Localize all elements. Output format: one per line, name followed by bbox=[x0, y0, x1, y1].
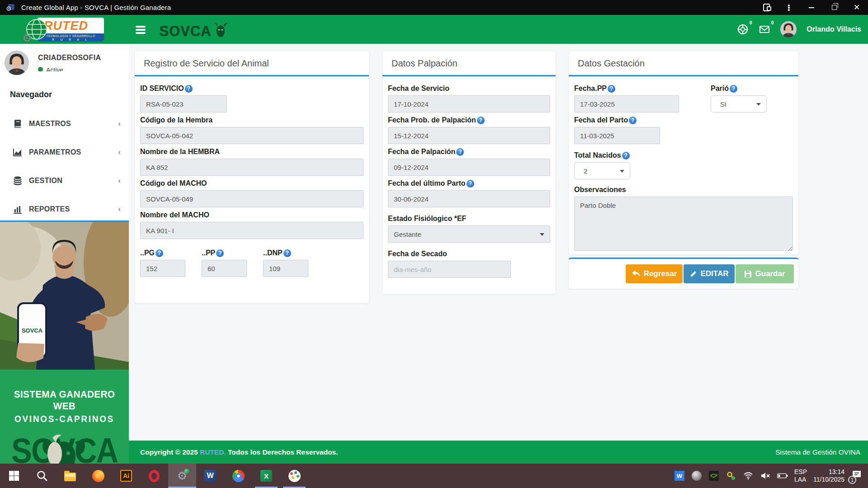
excel-icon[interactable]: X bbox=[252, 464, 280, 488]
pp-input[interactable] bbox=[202, 260, 247, 277]
palpation-card-title: Datos Palpación bbox=[382, 51, 556, 75]
firefox-icon[interactable] bbox=[84, 464, 112, 488]
help-question-icon[interactable] bbox=[156, 249, 163, 257]
gear-icon: ⚙ bbox=[6, 5, 12, 12]
notification-badge: 1 bbox=[848, 476, 856, 484]
palpation-card: Datos Palpación Fecha de Servicio Fecha … bbox=[382, 51, 556, 295]
restore-button[interactable] bbox=[823, 0, 845, 15]
fecha-secado-input[interactable] bbox=[388, 261, 511, 278]
taskbar: Ai ⚙ W X W ESP bbox=[0, 464, 868, 488]
fecha-palpacion-input[interactable] bbox=[388, 159, 550, 176]
opera-icon[interactable] bbox=[140, 464, 168, 488]
help-question-icon[interactable] bbox=[185, 85, 193, 93]
nombre-macho-label: Nombre del MACHO bbox=[140, 211, 363, 219]
messages-envelope-icon[interactable]: 0 bbox=[759, 23, 770, 35]
nombre-hembra-input[interactable] bbox=[140, 159, 363, 176]
editar-button[interactable]: EDITAR bbox=[684, 264, 735, 283]
help-question-icon[interactable] bbox=[456, 148, 464, 156]
codigo-macho-label: Código del MACHO bbox=[140, 179, 363, 188]
help-question-icon[interactable] bbox=[283, 249, 291, 257]
ruted-logo[interactable]: RUTED TECNOLOGIA Y DESARROLLO R U R A L … bbox=[25, 18, 104, 42]
nvidia-tray-icon[interactable] bbox=[708, 470, 719, 481]
fecha-prob-palpacion-input[interactable] bbox=[388, 127, 550, 144]
file-explorer-icon[interactable] bbox=[56, 464, 84, 488]
word-icon[interactable]: W bbox=[196, 464, 224, 488]
help-question-icon[interactable] bbox=[467, 180, 474, 188]
bar-chart-icon bbox=[13, 204, 23, 214]
caret-down-icon bbox=[756, 103, 761, 106]
swirl-tray-icon[interactable] bbox=[691, 470, 702, 481]
pg-input[interactable] bbox=[140, 260, 185, 277]
battery-icon[interactable] bbox=[777, 470, 788, 481]
nombre-macho-input[interactable] bbox=[140, 222, 363, 239]
illustrator-icon[interactable]: Ai bbox=[112, 464, 140, 488]
sovca-app-taskbar-icon[interactable]: ⚙ bbox=[168, 464, 196, 488]
notification-center-icon[interactable]: 1 bbox=[851, 469, 864, 483]
codigo-hembra-label: Código de la Hembra bbox=[140, 116, 363, 124]
codigo-hembra-input[interactable] bbox=[140, 127, 363, 144]
chevron-left-icon bbox=[118, 148, 121, 157]
sidebar-item-reportes[interactable]: REPORTES bbox=[0, 195, 129, 223]
fecha-parto-label: Fecha del Parto bbox=[574, 116, 793, 124]
caret-down-icon bbox=[540, 233, 544, 236]
sidebar-item-parametros[interactable]: PARAMETROS bbox=[0, 138, 129, 166]
pario-select[interactable]: SI bbox=[711, 95, 767, 113]
language-indicator[interactable]: ESP LAA bbox=[794, 468, 807, 483]
fecha-servicio-input[interactable] bbox=[388, 95, 550, 113]
kebab-menu-icon[interactable]: ••• bbox=[778, 0, 800, 15]
key-tray-icon[interactable] bbox=[726, 470, 736, 481]
help-lifebuoy-icon[interactable]: 0 bbox=[737, 23, 749, 35]
header-user-name[interactable]: Orlando Villacis bbox=[807, 25, 861, 33]
chrome-icon[interactable] bbox=[224, 464, 252, 488]
fecha-palpacion-label: Fecha de Palpación bbox=[388, 148, 550, 156]
id-servicio-input[interactable] bbox=[140, 95, 227, 113]
help-question-icon[interactable] bbox=[730, 85, 737, 93]
codigo-macho-input[interactable] bbox=[140, 190, 363, 207]
hamburger-menu-icon[interactable] bbox=[136, 26, 146, 34]
wifi-tray-icon[interactable] bbox=[743, 470, 754, 481]
sidebar-item-gestion[interactable]: GESTION bbox=[0, 166, 129, 195]
fecha-secado-label: Fecha de Secado bbox=[388, 250, 550, 258]
sidebar-section-label: Navegador bbox=[0, 84, 129, 99]
gestation-card: Datos Gestación Fecha.PP Parió SI Fecha … bbox=[568, 51, 799, 255]
clock-date[interactable]: 13:14 11/10/2025 bbox=[813, 468, 844, 483]
main-content: Registro de Servicio del Animal ID SERVI… bbox=[129, 44, 868, 441]
extension-icon[interactable] bbox=[755, 0, 778, 15]
sidebar-avatar[interactable] bbox=[5, 51, 29, 75]
wacom-tray-icon[interactable]: W bbox=[674, 470, 685, 481]
fecha-ultimo-parto-input[interactable] bbox=[388, 190, 550, 207]
status-dot-icon bbox=[38, 67, 43, 71]
total-nacidos-select[interactable]: 2 bbox=[574, 162, 630, 179]
search-icon bbox=[36, 470, 48, 482]
close-button[interactable]: ✕ bbox=[845, 0, 868, 15]
help-question-icon[interactable] bbox=[629, 117, 637, 124]
help-question-icon[interactable] bbox=[608, 85, 615, 93]
fecha-servicio-label: Fecha de Servicio bbox=[388, 84, 550, 93]
fecha-pp-input[interactable] bbox=[574, 95, 679, 113]
area-chart-icon bbox=[13, 147, 23, 157]
pg-field: ..PG bbox=[140, 245, 185, 277]
footer: Copyright © 2025 RUTED. Todos los Derech… bbox=[129, 441, 868, 464]
footer-brand-link[interactable]: RUTED. bbox=[200, 448, 226, 456]
regresar-button[interactable]: Regresar bbox=[626, 264, 683, 283]
paint-app-icon[interactable] bbox=[280, 464, 308, 488]
fecha-parto-input[interactable] bbox=[574, 127, 660, 144]
sidebar-item-maestros[interactable]: MAESTROS bbox=[0, 109, 129, 138]
sidebar-user-panel: CRIADEROSOFIA Active bbox=[0, 44, 129, 84]
database-icon bbox=[13, 176, 23, 186]
taskbar-search-button[interactable] bbox=[28, 464, 56, 488]
dnp-input[interactable] bbox=[263, 260, 308, 277]
observaciones-textarea[interactable]: Parto Doble bbox=[574, 197, 793, 251]
start-button[interactable] bbox=[0, 464, 28, 488]
estado-fisiologico-select[interactable]: Gestante bbox=[388, 225, 550, 243]
header-avatar[interactable] bbox=[780, 21, 797, 38]
help-question-icon[interactable] bbox=[477, 117, 485, 124]
minimize-button[interactable] bbox=[800, 0, 823, 15]
help-question-icon[interactable] bbox=[622, 152, 630, 160]
help-question-icon[interactable] bbox=[216, 249, 224, 257]
pario-field: Parió SI bbox=[711, 81, 767, 113]
pencil-icon bbox=[689, 270, 697, 278]
volume-muted-icon[interactable] bbox=[760, 470, 771, 481]
guardar-button[interactable]: Guardar bbox=[736, 264, 794, 283]
fecha-pp-field: Fecha.PP bbox=[574, 81, 679, 113]
